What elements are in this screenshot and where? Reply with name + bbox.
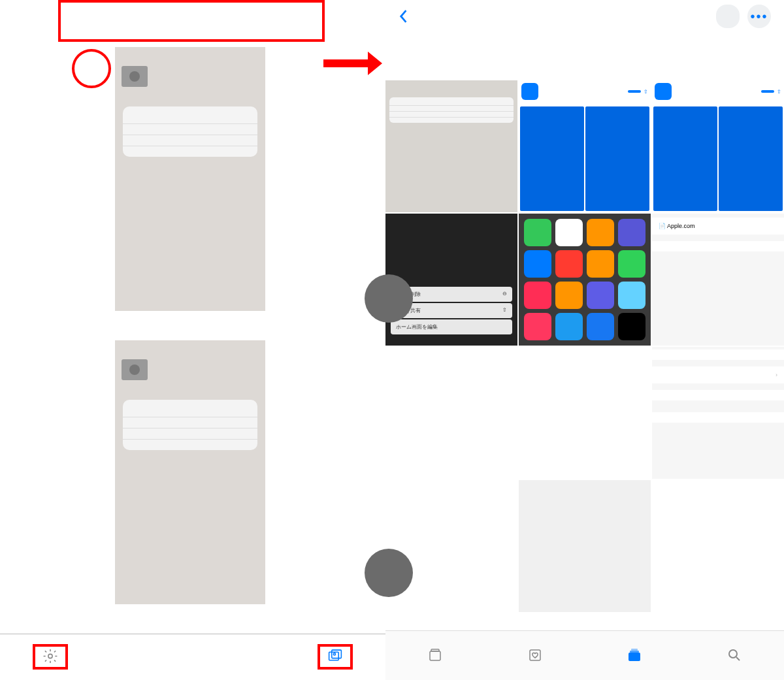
tab-albums[interactable] [625, 647, 644, 664]
select-all-link[interactable] [115, 57, 265, 59]
tab-search[interactable] [725, 647, 744, 664]
grid-tile[interactable]: Appを削除⊖ Appを共有⇧ ホーム画面を編集 [385, 214, 517, 346]
svg-rect-5 [431, 649, 439, 651]
select-button[interactable] [716, 5, 740, 28]
library-icon [425, 647, 445, 663]
tab-compression-settings[interactable] [33, 644, 68, 670]
grid-tile[interactable] [385, 80, 517, 212]
album-title [385, 33, 784, 42]
more-button[interactable]: ••• [747, 5, 771, 28]
allow-all-button[interactable] [123, 428, 257, 439]
deny-button[interactable] [123, 439, 257, 450]
choose-photos-button[interactable] [123, 123, 257, 135]
choose-photos-button[interactable] [123, 417, 257, 428]
grid-tile[interactable]: 📄 Apple.com [652, 214, 784, 346]
svg-point-3 [333, 653, 335, 655]
callout-4 [72, 49, 111, 88]
app-tab-bar [0, 634, 385, 679]
svg-rect-7 [629, 653, 640, 661]
permission-dialog [123, 106, 257, 157]
comparison-table [58, 0, 325, 42]
allow-all-button[interactable] [123, 135, 257, 146]
grid-tile[interactable]: › [652, 347, 784, 479]
camera-icon [122, 359, 148, 380]
svg-rect-6 [530, 650, 540, 660]
deny-button[interactable] [123, 146, 257, 157]
tab-library[interactable] [425, 647, 445, 664]
images-icon [325, 648, 345, 664]
gear-icon [41, 648, 60, 664]
chevron-left-icon [399, 9, 408, 24]
svg-rect-9 [631, 649, 638, 651]
heart-icon [525, 647, 545, 663]
photo-grid: ⇧ ⇧ Appを削除⊖ Appを共有⇧ ホーム画面を編集 📄 Apple.com [385, 80, 784, 612]
after-badge [365, 549, 413, 597]
grid-tile[interactable]: ⇧ [652, 80, 784, 212]
grid-tile[interactable] [385, 480, 517, 612]
tab-foryou[interactable] [525, 647, 545, 664]
back-button[interactable] [399, 9, 410, 24]
phone-screenshot-1 [115, 47, 265, 311]
phone-screenshot-2 [115, 340, 265, 604]
tab-compressed-images[interactable] [318, 644, 353, 670]
svg-point-10 [729, 650, 737, 658]
permission-dialog [123, 400, 257, 450]
svg-rect-8 [630, 651, 639, 653]
svg-point-0 [48, 654, 52, 658]
select-all-link[interactable] [115, 351, 265, 353]
grid-tile[interactable] [385, 347, 517, 479]
albums-icon [625, 647, 644, 663]
search-icon [725, 647, 744, 663]
add-tile[interactable] [519, 480, 651, 612]
grid-tile[interactable]: ⇧ [519, 80, 651, 212]
before-badge [365, 274, 413, 323]
grid-tile[interactable] [519, 347, 651, 479]
photos-tab-bar [385, 630, 784, 680]
camera-icon [122, 66, 148, 87]
arrow-icon [323, 56, 382, 72]
svg-rect-4 [430, 651, 440, 660]
grid-tile[interactable] [519, 214, 651, 346]
